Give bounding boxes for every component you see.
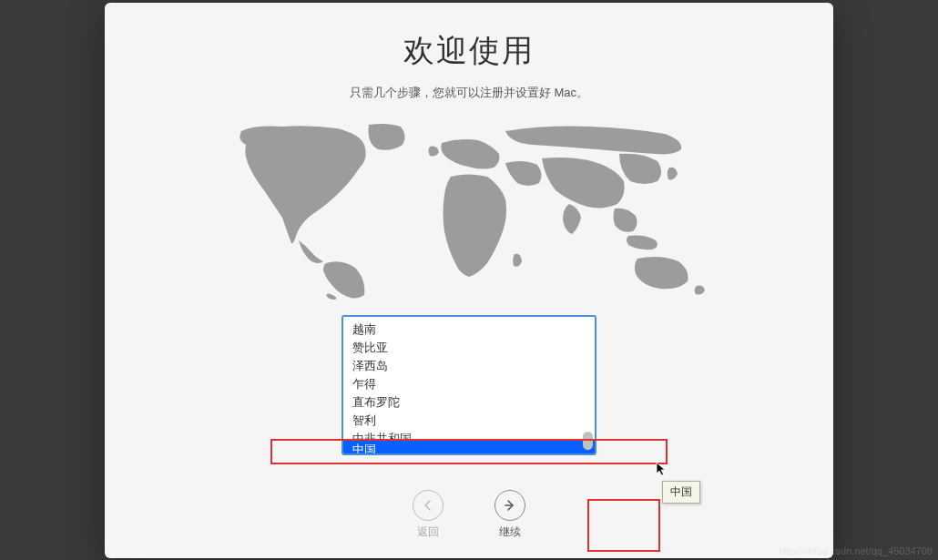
list-item[interactable]: 智利: [343, 412, 595, 430]
list-item[interactable]: 中非共和国: [343, 430, 595, 441]
list-item[interactable]: 赞比亚: [343, 339, 595, 357]
arrow-left-icon: [413, 490, 444, 521]
continue-button[interactable]: 继续: [494, 490, 525, 540]
continue-label: 继续: [499, 524, 521, 540]
back-button[interactable]: 返回: [413, 490, 444, 540]
list-item[interactable]: 泽西岛: [343, 357, 595, 375]
back-label: 返回: [417, 524, 439, 540]
nav-buttons: 返回 继续: [413, 490, 525, 540]
cursor-icon: [656, 462, 668, 482]
world-map-svg: [209, 117, 729, 304]
watermark: https://blog.csdn.net/qq_45034708: [779, 545, 933, 556]
list-item[interactable]: 越南: [343, 321, 595, 339]
list-item-selected[interactable]: 中国: [343, 441, 595, 455]
scrollbar-thumb[interactable]: [583, 432, 593, 450]
scrollbar[interactable]: [579, 319, 593, 452]
page-subtitle: 只需几个步骤，您就可以注册并设置好 Mac。: [350, 85, 588, 101]
list-item[interactable]: 直布罗陀: [343, 393, 595, 412]
world-map: [209, 117, 729, 304]
arrow-right-icon: [494, 490, 525, 521]
tooltip: 中国: [662, 481, 700, 504]
welcome-window: 欢迎使用 只需几个步骤，您就可以注册并设置好 Mac。: [105, 3, 833, 558]
annotation-highlight-continue: [587, 499, 660, 552]
country-listbox[interactable]: 越南 赞比亚 泽西岛 乍得 直布罗陀 智利 中非共和国 中国: [342, 315, 596, 455]
list-item[interactable]: 乍得: [343, 375, 595, 393]
page-title: 欢迎使用: [403, 30, 535, 72]
